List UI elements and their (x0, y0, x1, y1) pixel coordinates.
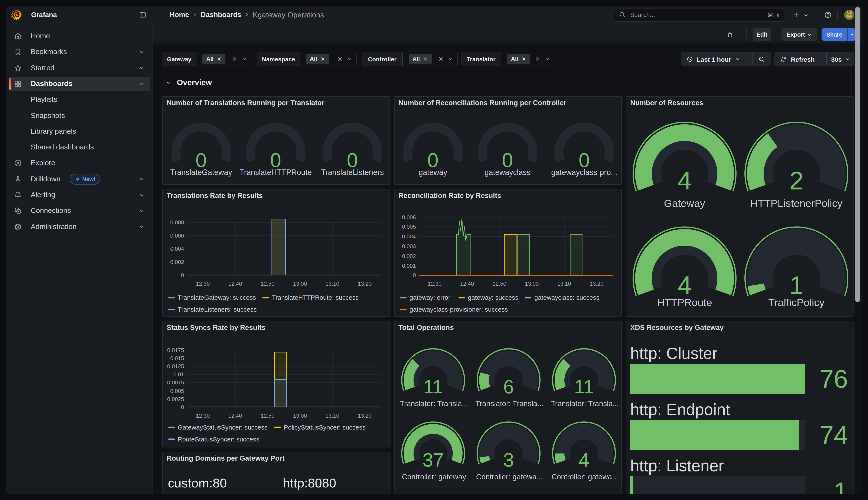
svg-text:1: 1 (789, 271, 804, 299)
svg-text:4: 4 (678, 166, 692, 195)
svg-text:3: 3 (503, 449, 514, 470)
svg-text:6: 6 (503, 376, 514, 397)
svg-text:11: 11 (423, 376, 443, 397)
svg-text:11: 11 (574, 376, 594, 397)
svg-text:2: 2 (789, 166, 804, 195)
svg-text:37: 37 (423, 449, 444, 470)
svg-text:4: 4 (579, 449, 589, 470)
svg-text:4: 4 (678, 271, 692, 299)
